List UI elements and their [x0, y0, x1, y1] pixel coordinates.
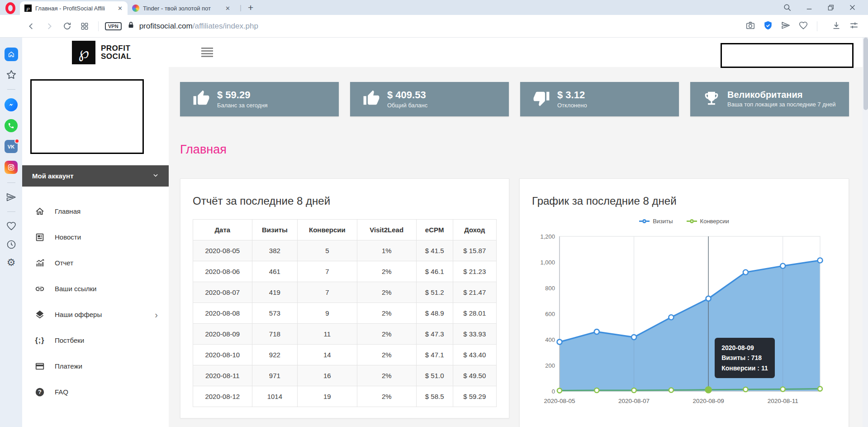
speed-dial-icon[interactable] [80, 22, 89, 31]
opera-sidebar: VK⚙ [0, 38, 22, 427]
table-cell: $ 47.3 [416, 324, 453, 345]
rail-item-home[interactable] [5, 48, 18, 61]
browser-tab-2[interactable]: Tinder - твой золотой пот✕ [128, 1, 235, 15]
rail-item-vk[interactable]: VK [5, 140, 18, 153]
bookmark-heart-icon[interactable] [798, 20, 808, 32]
column-header: Конверсии [298, 220, 357, 240]
thumb-down-icon [533, 90, 550, 109]
rail-item-history[interactable] [6, 239, 17, 250]
my-flow-icon [5, 192, 17, 203]
stat-label: Отклонено [557, 102, 587, 109]
vk-icon[interactable]: VK [5, 140, 18, 153]
rail-item-star[interactable] [5, 69, 17, 81]
my-account-dropdown[interactable]: Мой аккаунт [22, 165, 169, 187]
rail-divider [7, 211, 15, 212]
line-chart[interactable]: 02004006008001,0001,2002020-08-052020-08… [532, 229, 836, 417]
table-cell: $ 21.23 [453, 261, 496, 282]
bookmarks-star-icon [5, 69, 17, 81]
address-bar[interactable]: profitsocial.com/affiliates/index.php [139, 22, 258, 31]
sidebar-item-postbacks[interactable]: {;}Постбеки [22, 327, 169, 353]
tooltip-line: Визиты : 718 [721, 353, 768, 363]
speed-dial-home-icon[interactable] [5, 48, 18, 61]
close-window-button[interactable] [849, 4, 856, 11]
table-cell: 2% [357, 324, 416, 345]
table-cell: 2% [357, 282, 416, 303]
legend-item-1[interactable]: Визиты [639, 218, 673, 225]
sidebar-item-faq[interactable]: ?FAQ [22, 379, 169, 405]
page-title: Главная [180, 143, 849, 158]
rail-item-whatsapp[interactable] [5, 119, 18, 132]
adblock-shield-icon[interactable] [763, 20, 773, 32]
report-panel: Отчёт за последние 8 дней ДатаВизитыКонв… [180, 178, 509, 418]
minimize-button[interactable] [805, 4, 813, 12]
legend-item-2[interactable]: Конверсии [687, 218, 729, 225]
instagram-icon[interactable] [5, 161, 18, 174]
logo-text: PROFIT SOCIAL [101, 44, 131, 61]
stat-label: Баланс за сегодня [217, 102, 268, 109]
table-cell: 971 [252, 365, 298, 386]
table-cell: 19 [298, 386, 357, 407]
sidebar-item-offers[interactable]: Наши офферы› [22, 302, 169, 327]
column-header: Доход [453, 220, 496, 240]
table-row: 2020-08-09718112%$ 47.3$ 33.93 [193, 324, 497, 345]
table-cell: 7 [298, 282, 357, 303]
close-tab-icon[interactable]: ✕ [116, 5, 124, 12]
chart-title: График за последние 8 дней [532, 195, 836, 207]
sidebar-item-links[interactable]: Ваши ссылки [22, 276, 169, 302]
restore-button[interactable] [827, 4, 835, 12]
stat-value: Великобритания [727, 90, 835, 100]
close-tab-icon[interactable]: ✕ [224, 5, 232, 12]
search-icon[interactable] [783, 3, 792, 12]
stat-value: $ 3.12 [557, 89, 587, 101]
settings-gear-icon: ⚙ [7, 258, 16, 268]
tab-title: Tinder - твой золотой пот [143, 5, 220, 12]
scrollbar-thumb[interactable] [863, 38, 868, 110]
profitsocial-logo[interactable]: ℘ PROFIT SOCIAL [72, 41, 131, 64]
snapshot-camera-icon[interactable] [745, 20, 755, 32]
sidebar-item-payments[interactable]: Платежи [22, 353, 169, 379]
toolbar-divider [98, 21, 99, 31]
table-row: 2020-08-0857392%$ 48.9$ 28.01 [193, 303, 497, 324]
stat-card-1: $ 59.29Баланс за сегодня [180, 82, 339, 116]
table-cell: 2020-08-06 [193, 261, 252, 282]
table-row: 2020-08-10922142%$ 47.1$ 43.40 [193, 345, 497, 365]
thumb-up-icon [363, 90, 380, 109]
sidebar-item-home[interactable]: Главная [22, 198, 169, 224]
rail-item-messenger[interactable] [5, 98, 18, 111]
back-button[interactable] [26, 21, 36, 31]
browser-tab-1[interactable]: ℘Главная - ProfitSocial Affili✕ [20, 1, 128, 15]
table-header-row: ДатаВизитыКонверсииVisit2LeadeCPMДоход [193, 220, 497, 240]
messenger-icon[interactable] [5, 98, 18, 111]
rail-item-settings[interactable]: ⚙ [7, 258, 16, 268]
vpn-badge[interactable]: VPN [105, 22, 122, 30]
new-tab-button[interactable]: + [244, 2, 257, 13]
offers-icon [34, 310, 45, 320]
rail-item-flow[interactable] [5, 192, 17, 203]
table-cell: 2020-08-10 [193, 345, 252, 365]
my-flow-icon[interactable] [781, 20, 791, 32]
svg-text:2020-08-11: 2020-08-11 [768, 398, 798, 404]
news-icon [34, 232, 45, 242]
table-cell: 2% [357, 303, 416, 324]
profitsocial-favicon: ℘ [24, 5, 32, 12]
forward-button[interactable] [44, 21, 54, 31]
whatsapp-icon[interactable] [5, 119, 18, 132]
rail-item-instagram[interactable] [5, 161, 18, 174]
table-cell: 11 [298, 324, 357, 345]
sidebar-item-news[interactable]: Новости [22, 224, 169, 250]
opera-logo-icon[interactable] [5, 2, 15, 14]
home-icon [34, 206, 45, 216]
rail-item-heart[interactable] [6, 221, 17, 231]
easy-setup-sliders-icon[interactable] [849, 20, 859, 32]
personal-news-heart-icon [6, 221, 17, 231]
stat-label: Общий баланс [387, 102, 427, 109]
svg-text:600: 600 [545, 311, 555, 317]
downloads-icon[interactable] [831, 20, 841, 32]
reload-button[interactable] [62, 21, 72, 31]
lock-icon[interactable] [127, 21, 135, 31]
sidebar-item-report[interactable]: Отчет [22, 250, 169, 276]
hamburger-menu-icon[interactable] [201, 48, 213, 57]
window-controls [783, 0, 856, 15]
stat-value: $ 409.53 [387, 89, 427, 101]
table-cell: 2% [357, 386, 416, 407]
